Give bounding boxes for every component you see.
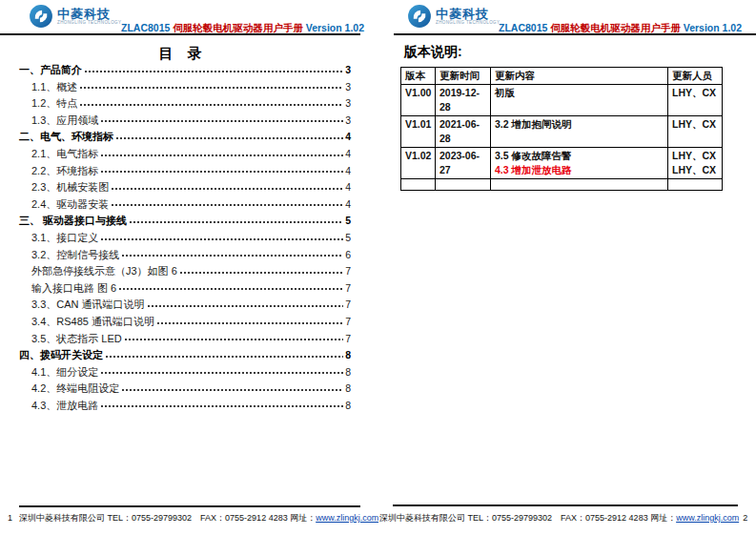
toc-entry-label: 3.2、控制信号接线 xyxy=(31,248,119,262)
footer-page-number: 2 xyxy=(743,513,747,523)
toc-entry-label: 1.3、应用领域 xyxy=(31,113,98,128)
toc-entry-label: 4.3、泄放电路 xyxy=(31,399,98,413)
toc-entry[interactable]: 3.3、CAN 通讯端口说明7 xyxy=(19,298,351,315)
toc-entry[interactable]: 四、拨码开关设定8 xyxy=(19,348,351,365)
footer-page-number: 1 xyxy=(8,513,12,523)
toc-entry[interactable]: 输入接口电路 图 67 xyxy=(19,281,351,298)
cell-people: LHY、CXLHY、CX xyxy=(668,148,723,179)
toc-entry-label: 外部急停接线示意（J3）如图 6 xyxy=(31,264,177,278)
toc-entry[interactable]: 3.5、状态指示 LED7 xyxy=(19,332,351,349)
toc-dot-leader xyxy=(79,97,343,107)
header-divider xyxy=(0,33,360,35)
footer-company-contact: 深圳中菱科技有限公司 TEL：0755-29799302 FAX：0755-29… xyxy=(19,513,316,523)
cell-people xyxy=(668,179,723,191)
toc-entry[interactable]: 1.3、应用领域3 xyxy=(19,113,351,131)
toc-page-number: 8 xyxy=(345,349,351,360)
toc-page-number: 8 xyxy=(345,366,351,378)
people-line: LHY、CX xyxy=(672,163,718,177)
toc-entry[interactable]: 一、产品简介3 xyxy=(19,63,351,80)
cell-version: V1.02 xyxy=(401,148,436,179)
cell-version: V1.00 xyxy=(401,85,436,116)
cell-people: LHY、CX xyxy=(668,116,723,148)
cell-date: 2019-12-28 xyxy=(436,85,491,116)
toc-page-number: 8 xyxy=(345,400,351,411)
toc-page-number: 3 xyxy=(345,64,351,75)
zhongling-logo-icon xyxy=(29,4,53,29)
version-notes-heading: 版本说明: xyxy=(404,44,462,61)
cell-date xyxy=(436,179,491,191)
toc-dot-leader xyxy=(179,265,343,275)
toc-entry[interactable]: 4.2、终端电阻设定8 xyxy=(19,381,351,399)
title-name: 伺服轮毂电机驱动器用户手册 xyxy=(173,22,303,33)
toc-dot-leader xyxy=(100,366,343,376)
toc-entry-label: 1.2、特点 xyxy=(31,96,77,111)
col-header-date: 更新时间 xyxy=(436,68,491,85)
toc-page-number: 4 xyxy=(345,181,351,193)
table-row: V1.012021-06-283.2 增加抱闸说明LHY、CX xyxy=(401,116,723,148)
version-table-body: V1.002019-12-28初版LHY、CXV1.012021-06-283.… xyxy=(401,85,723,191)
people-line: LHY、CX xyxy=(672,117,718,132)
toc-entry-label: 3.5、状态指示 LED xyxy=(31,332,122,346)
toc-entry[interactable]: 2.1、电气指标4 xyxy=(19,147,351,164)
toc-entry[interactable]: 3.1、接口定义5 xyxy=(19,231,351,248)
footer-website-link[interactable]: www.zlingkj.com xyxy=(316,513,378,523)
toc-page-number: 3 xyxy=(345,81,351,93)
toc-entry[interactable]: 外部急停接线示意（J3）如图 67 xyxy=(19,264,351,281)
toc-dot-leader xyxy=(147,298,344,308)
toc-entry-label: 二、电气、环境指标 xyxy=(19,130,113,144)
pdf-document-view: 中菱科技 ZHONGLING TECHNOLOGY ZLAC8015 伺服轮毂电… xyxy=(0,0,756,535)
content-line: 3.5 修改故障告警 xyxy=(495,149,664,163)
toc-entry[interactable]: 4.1、细分设定8 xyxy=(19,365,351,382)
toc-page-number: 7 xyxy=(345,298,351,310)
toc-entry[interactable]: 3.4、RS485 通讯端口说明7 xyxy=(19,315,351,332)
toc-page-number: 3 xyxy=(345,114,351,126)
toc-entry-label: 四、拨码开关设定 xyxy=(19,348,103,362)
title-model: ZLAC8015 xyxy=(499,22,547,33)
toc-page-number: 7 xyxy=(345,333,351,344)
toc-entry-label: 4.2、终端电阻设定 xyxy=(31,381,119,396)
toc-entry[interactable]: 3.2、控制信号接线6 xyxy=(19,248,351,265)
toc-dot-leader xyxy=(100,400,343,409)
toc-dot-leader xyxy=(100,232,343,241)
toc-entry[interactable]: 1.2、特点3 xyxy=(19,96,351,113)
cell-content: 初版 xyxy=(491,85,668,116)
col-header-version: 版本 xyxy=(401,68,436,85)
cell-content xyxy=(491,179,668,191)
table-header-row: 版本 更新时间 更新内容 更新人员 xyxy=(401,68,723,85)
logo-subtitle: ZHONGLING TECHNOLOGY xyxy=(436,21,500,26)
toc-entry[interactable]: 2.3、机械安装图4 xyxy=(19,180,351,197)
logo-subtitle: ZHONGLING TECHNOLOGY xyxy=(57,21,121,26)
toc-entry-label: 三、 驱动器接口与接线 xyxy=(19,214,127,228)
toc-page-number: 4 xyxy=(345,165,351,176)
footer-website-link[interactable]: www.zlingkj.com xyxy=(676,513,739,523)
header-divider xyxy=(394,33,756,35)
footer-divider xyxy=(393,504,738,506)
table-row xyxy=(401,179,723,191)
toc-entry-label: 3.4、RS485 通讯端口说明 xyxy=(31,315,154,329)
logo-brand-name: 中菱科技 xyxy=(436,8,500,20)
toc-entry[interactable]: 4.3、泄放电路8 xyxy=(19,399,351,416)
toc-dot-leader xyxy=(79,81,343,91)
content-line: 初版 xyxy=(495,86,664,100)
toc-page-number: 7 xyxy=(345,265,351,277)
page-2-version-notes: 中菱科技 ZHONGLING TECHNOLOGY ZLAC8015 伺服轮毂电… xyxy=(378,0,756,535)
toc-dot-leader xyxy=(129,215,343,224)
toc-page-number: 7 xyxy=(345,282,351,294)
toc-entry-label: 2.2、环境指标 xyxy=(31,164,98,178)
people-line: LHY、CX xyxy=(672,149,718,163)
cell-version xyxy=(401,179,436,191)
title-name: 伺服轮毂电机驱动器用户手册 xyxy=(550,22,681,33)
toc-page-number: 7 xyxy=(345,316,351,327)
toc-entry[interactable]: 2.4、驱动器安装4 xyxy=(19,197,351,215)
toc-page-number: 5 xyxy=(345,215,351,226)
toc-entry[interactable]: 2.2、环境指标4 xyxy=(19,164,351,181)
toc-entry-label: 2.3、机械安装图 xyxy=(31,180,109,195)
toc-entry[interactable]: 1.1、概述3 xyxy=(19,80,351,97)
footer-divider xyxy=(19,505,360,507)
page-footer: 深圳中菱科技有限公司 TEL：0755-29799302 FAX：0755-29… xyxy=(379,512,747,525)
content-line: 3.2 增加抱闸说明 xyxy=(495,117,664,132)
toc-entry[interactable]: 二、电气、环境指标4 xyxy=(19,130,351,147)
col-header-people: 更新人员 xyxy=(668,68,723,85)
toc-entry[interactable]: 三、 驱动器接口与接线5 xyxy=(19,214,351,231)
toc-dot-leader xyxy=(118,282,343,292)
